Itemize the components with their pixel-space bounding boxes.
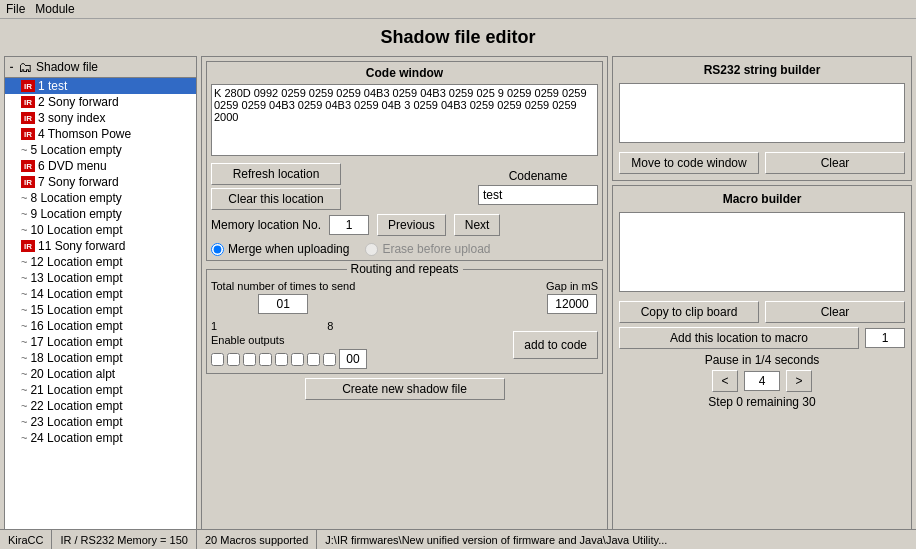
add-location-button[interactable]: Add this location to macro xyxy=(619,327,859,349)
ir-icon: IR xyxy=(21,176,35,188)
gap-input[interactable] xyxy=(547,294,597,314)
tree-item-label: 22 Location empt xyxy=(30,399,122,413)
output-cb-4[interactable] xyxy=(259,353,272,366)
menu-module[interactable]: Module xyxy=(35,2,74,16)
copy-clipboard-button[interactable]: Copy to clip board xyxy=(619,301,759,323)
rs232-textarea[interactable] xyxy=(619,83,905,143)
menu-file[interactable]: File xyxy=(6,2,25,16)
tree-item[interactable]: ~16 Location empt xyxy=(5,318,196,334)
tree-item-label: 13 Location empt xyxy=(30,271,122,285)
add-location-num-input[interactable] xyxy=(865,328,905,348)
output-cb-8[interactable] xyxy=(323,353,336,366)
tree-item-label: 6 DVD menu xyxy=(38,159,107,173)
tree-item[interactable]: IR4 Thomson Powe xyxy=(5,126,196,142)
tree-item[interactable]: ~8 Location empty xyxy=(5,190,196,206)
erase-radio-label[interactable]: Erase before upload xyxy=(365,242,490,256)
previous-button[interactable]: Previous xyxy=(377,214,446,236)
add-to-code-button[interactable]: add to code xyxy=(513,331,598,359)
clear-location-button[interactable]: Clear this location xyxy=(211,188,341,210)
tree-item[interactable]: IR3 sony index xyxy=(5,110,196,126)
output-cb-1[interactable] xyxy=(211,353,224,366)
right-panel: RS232 string builder Move to code window… xyxy=(612,56,912,549)
erase-label-text: Erase before upload xyxy=(382,242,490,256)
tree-item-label: 14 Location empt xyxy=(30,287,122,301)
tree-item-label: 1 test xyxy=(38,79,67,93)
create-shadow-button[interactable]: Create new shadow file xyxy=(305,378,505,400)
codename-label: Codename xyxy=(509,169,568,183)
tree-item-label: 5 Location empty xyxy=(30,143,121,157)
pause-value-input[interactable] xyxy=(744,371,780,391)
tree-item[interactable]: ~20 Location alpt xyxy=(5,366,196,382)
macro-clear-button[interactable]: Clear xyxy=(765,301,905,323)
rs232-clear-button[interactable]: Clear xyxy=(765,152,905,174)
tree-toggle[interactable]: ⁃ xyxy=(9,62,14,73)
pause-inc-button[interactable]: > xyxy=(786,370,812,392)
tree-root-label: Shadow file xyxy=(36,60,98,74)
tree-item-label: 9 Location empty xyxy=(30,207,121,221)
tree-item[interactable]: ~14 Location empt xyxy=(5,286,196,302)
total-times-input[interactable] xyxy=(258,294,308,314)
tree-item[interactable]: ~17 Location empt xyxy=(5,334,196,350)
tree-item-label: 21 Location empt xyxy=(30,383,122,397)
refresh-location-button[interactable]: Refresh location xyxy=(211,163,341,185)
tree-item[interactable]: ~22 Location empt xyxy=(5,398,196,414)
tree-item-label: 23 Location empt xyxy=(30,415,122,429)
status-seg1: KiraCC xyxy=(0,530,52,549)
menu-bar: File Module xyxy=(0,0,916,19)
tree-item[interactable]: ~5 Location empty xyxy=(5,142,196,158)
ir-icon: IR xyxy=(21,160,35,172)
output-cb-7[interactable] xyxy=(307,353,320,366)
mem-location-input[interactable] xyxy=(329,215,369,235)
tree-item[interactable]: ~24 Location empt xyxy=(5,430,196,446)
tree-item-label: 7 Sony forward xyxy=(38,175,119,189)
merge-label-text: Merge when uploading xyxy=(228,242,349,256)
ir-icon: IR xyxy=(21,112,35,124)
tree-item-label: 24 Location empt xyxy=(30,431,122,445)
move-to-code-button[interactable]: Move to code window xyxy=(619,152,759,174)
tree-body: IR1 testIR2 Sony forwardIR3 sony indexIR… xyxy=(5,78,196,548)
output-cb-6[interactable] xyxy=(291,353,304,366)
tree-item[interactable]: ~15 Location empt xyxy=(5,302,196,318)
output-cb-5[interactable] xyxy=(275,353,288,366)
pause-dec-button[interactable]: < xyxy=(712,370,738,392)
ir-icon: IR xyxy=(21,240,35,252)
tree-item[interactable]: ~23 Location empt xyxy=(5,414,196,430)
status-bar: KiraCC IR / RS232 Memory = 150 20 Macros… xyxy=(0,529,916,549)
tree-item[interactable]: IR7 Sony forward xyxy=(5,174,196,190)
tree-item[interactable]: IR2 Sony forward xyxy=(5,94,196,110)
tree-item[interactable]: IR6 DVD menu xyxy=(5,158,196,174)
empty-icon: ~ xyxy=(21,352,27,364)
tree-item-label: 15 Location empt xyxy=(30,303,122,317)
empty-icon: ~ xyxy=(21,384,27,396)
erase-radio[interactable] xyxy=(365,243,378,256)
next-button[interactable]: Next xyxy=(454,214,501,236)
empty-icon: ~ xyxy=(21,256,27,268)
output-cb-2[interactable] xyxy=(227,353,240,366)
tree-item[interactable]: IR11 Sony forward xyxy=(5,238,196,254)
tree-item[interactable]: ~9 Location empty xyxy=(5,206,196,222)
tree-item[interactable]: ~12 Location empt xyxy=(5,254,196,270)
routing-section: Routing and repeats Total number of time… xyxy=(206,269,603,374)
merge-radio-label[interactable]: Merge when uploading xyxy=(211,242,349,256)
output-cb-3[interactable] xyxy=(243,353,256,366)
merge-radio[interactable] xyxy=(211,243,224,256)
tree-item-label: 8 Location empty xyxy=(30,191,121,205)
status-seg2: IR / RS232 Memory = 150 xyxy=(52,530,196,549)
tree-item[interactable]: ~21 Location empt xyxy=(5,382,196,398)
empty-icon: ~ xyxy=(21,320,27,332)
codename-input[interactable] xyxy=(478,185,598,205)
output-1-label: 1 xyxy=(211,320,217,332)
tree-item-label: 17 Location empt xyxy=(30,335,122,349)
tree-item[interactable]: ~13 Location empt xyxy=(5,270,196,286)
code-window-title: Code window xyxy=(211,66,598,80)
app-title: Shadow file editor xyxy=(0,19,916,54)
tree-item[interactable]: ~18 Location empt xyxy=(5,350,196,366)
routing-title: Routing and repeats xyxy=(346,262,462,276)
tree-item[interactable]: IR1 test xyxy=(5,78,196,94)
code-textarea[interactable] xyxy=(211,84,598,156)
macro-textarea[interactable] xyxy=(619,212,905,292)
macro-section: Macro builder Copy to clip board Clear A… xyxy=(612,185,912,549)
tree-item[interactable]: ~10 Location empt xyxy=(5,222,196,238)
output-00-input[interactable] xyxy=(339,349,367,369)
empty-icon: ~ xyxy=(21,432,27,444)
